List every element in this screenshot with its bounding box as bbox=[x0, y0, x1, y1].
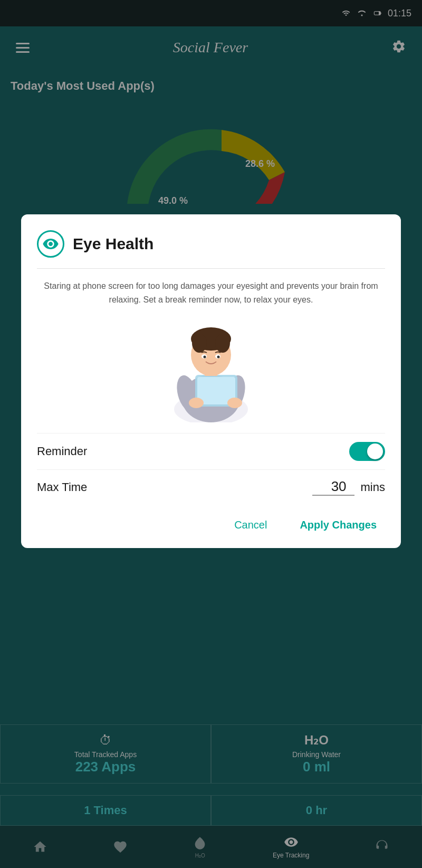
svg-point-13 bbox=[227, 398, 242, 408]
modal-eye-icon bbox=[37, 230, 64, 258]
modal-overlay[interactable]: Eye Health Staring at phone screen for t… bbox=[0, 0, 422, 868]
modal-header: Eye Health bbox=[37, 230, 385, 258]
modal-title: Eye Health bbox=[73, 235, 154, 253]
eye-icon bbox=[42, 235, 59, 252]
modal-actions: Cancel Apply Changes bbox=[37, 515, 385, 535]
svg-point-17 bbox=[192, 334, 207, 353]
apply-changes-button[interactable]: Apply Changes bbox=[291, 515, 385, 535]
maxtime-row: Max Time mins bbox=[37, 469, 385, 504]
maxtime-unit: mins bbox=[361, 480, 385, 494]
eye-health-modal: Eye Health Staring at phone screen for t… bbox=[21, 214, 401, 548]
toggle-knob bbox=[367, 444, 383, 459]
svg-point-22 bbox=[217, 356, 220, 358]
person-illustration bbox=[142, 317, 280, 422]
modal-description: Staring at phone screen for too long dam… bbox=[37, 279, 385, 306]
cancel-button[interactable]: Cancel bbox=[226, 515, 275, 535]
modal-divider bbox=[37, 268, 385, 269]
reminder-label: Reminder bbox=[37, 445, 87, 458]
reminder-toggle[interactable] bbox=[349, 442, 385, 461]
illustration-container bbox=[37, 317, 385, 422]
maxtime-label: Max Time bbox=[37, 480, 87, 494]
maxtime-input[interactable] bbox=[312, 478, 354, 496]
svg-point-18 bbox=[215, 334, 230, 353]
maxtime-input-group: mins bbox=[312, 478, 385, 496]
svg-point-12 bbox=[189, 398, 204, 408]
reminder-row: Reminder bbox=[37, 433, 385, 469]
svg-point-21 bbox=[204, 356, 206, 358]
